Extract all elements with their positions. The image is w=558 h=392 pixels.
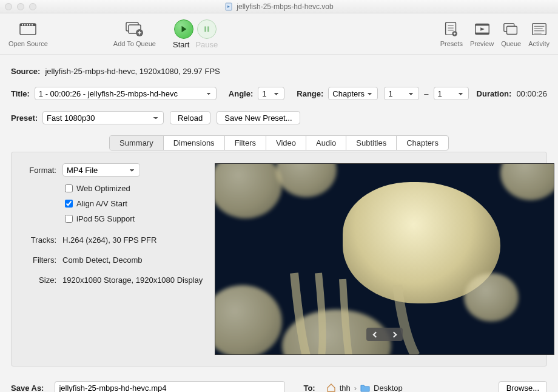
title-select[interactable]: 1 - 00:00:26 - jellyfish-25-mbps-hd-hevc [35, 87, 217, 100]
pause-icon [203, 25, 210, 33]
svg-rect-20 [475, 33, 489, 35]
destination-path[interactable]: thh › Desktop [326, 384, 403, 393]
format-select[interactable]: MP4 File [62, 163, 140, 177]
path-folder: Desktop [374, 384, 403, 393]
ipod-label: iPod 5G Support [76, 214, 135, 223]
tab-chapters[interactable]: Chapters [397, 136, 448, 150]
start-pause-group: Start Pause [173, 19, 218, 49]
minimize-window-button[interactable] [17, 3, 24, 10]
duration-value: 00:00:26 [516, 89, 547, 98]
close-window-button[interactable] [5, 3, 12, 10]
svg-rect-11 [204, 27, 206, 32]
web-optimized-row: Web Optimized [62, 183, 203, 194]
window-controls [5, 3, 36, 10]
queue-button[interactable]: Queue [501, 19, 521, 47]
pause-button[interactable] [197, 19, 217, 39]
align-av-row: Align A/V Start [62, 198, 203, 209]
angle-select[interactable]: 1 [258, 87, 284, 100]
file-icon [224, 2, 233, 11]
browse-button[interactable]: Browse... [499, 381, 547, 392]
start-button[interactable] [174, 19, 193, 39]
svg-rect-6 [29, 24, 30, 25]
range-label: Range: [297, 89, 323, 98]
preview-prev-button[interactable] [366, 328, 385, 341]
folder-icon [360, 384, 370, 392]
source-value: jellyfish-25-mbps-hd-hevc, 1920x1080, 29… [45, 67, 220, 76]
summary-right [215, 163, 554, 355]
format-label: Format: [22, 166, 56, 175]
title-row: Title: 1 - 00:00:26 - jellyfish-25-mbps-… [11, 87, 547, 100]
angle-label: Angle: [229, 89, 253, 98]
home-icon [326, 384, 336, 392]
preview-button[interactable]: Preview [470, 19, 494, 47]
web-optimized-label: Web Optimized [76, 184, 130, 193]
add-to-queue-icon [125, 19, 144, 39]
summary-panel: Format: MP4 File Web Optimized Align A/V… [11, 152, 547, 367]
path-user: thh [340, 384, 351, 393]
play-icon [180, 25, 188, 33]
titlebar: jellyfish-25-mbps-hd-hevc.vob [0, 0, 558, 13]
range-to-select[interactable]: 1 [434, 87, 469, 100]
tracks-label: Tracks: [22, 235, 56, 245]
save-row: Save As: To: thh › Desktop Browse... [0, 367, 558, 392]
svg-rect-22 [506, 26, 517, 34]
preview-next-button[interactable] [385, 328, 403, 341]
activity-button[interactable]: Activity [528, 19, 550, 47]
tabs: Summary Dimensions Filters Video Audio S… [11, 135, 547, 150]
chevron-right-icon [391, 331, 397, 337]
range-sep: – [424, 89, 428, 98]
range-type-select[interactable]: Chapters [328, 87, 378, 100]
tab-summary[interactable]: Summary [110, 136, 164, 150]
svg-rect-7 [32, 24, 33, 25]
tab-filters[interactable]: Filters [225, 136, 266, 150]
title-label: Title: [11, 89, 30, 98]
tracks-value: H.264 (x264), 30 FPS PFR [62, 235, 156, 245]
reload-button[interactable]: Reload [170, 111, 210, 124]
preset-label: Preset: [11, 113, 38, 123]
content: Source: jellyfish-25-mbps-hd-hevc, 1920x… [0, 55, 558, 367]
align-av-checkbox[interactable] [65, 200, 73, 208]
svg-rect-12 [207, 27, 209, 32]
tab-video[interactable]: Video [266, 136, 306, 150]
to-label: To: [303, 384, 315, 393]
add-to-queue-button[interactable]: Add To Queue [113, 19, 156, 49]
window-title: jellyfish-25-mbps-hd-hevc.vob [0, 2, 558, 11]
svg-rect-4 [24, 24, 25, 25]
preset-row: Preset: Fast 1080p30 Reload Save New Pre… [11, 111, 547, 124]
window-title-text: jellyfish-25-mbps-hd-hevc.vob [237, 2, 333, 11]
size-value: 1920x1080 Storage, 1920x1080 Display [62, 275, 203, 285]
open-source-icon [18, 19, 38, 39]
web-optimized-checkbox[interactable] [65, 184, 73, 192]
open-source-button[interactable]: Open Source [8, 19, 48, 49]
start-label: Start [173, 40, 189, 49]
source-row: Source: jellyfish-25-mbps-hd-hevc, 1920x… [11, 67, 547, 76]
svg-rect-5 [27, 24, 28, 25]
presets-button[interactable]: Presets [440, 19, 463, 47]
preview-nav [366, 328, 403, 341]
presets-icon [442, 19, 461, 39]
filters-value: Comb Detect, Decomb [62, 255, 143, 265]
preset-select[interactable]: Fast 1080p30 [42, 111, 164, 124]
preview-image [215, 163, 554, 355]
path-sep: › [354, 384, 357, 393]
zoom-window-button[interactable] [29, 3, 36, 10]
toolbar: Open Source Add To Queue Start Pause [0, 13, 558, 55]
filters-label: Filters: [22, 255, 56, 265]
range-from-select[interactable]: 1 [384, 87, 419, 100]
ipod-checkbox[interactable] [65, 215, 73, 223]
tab-subtitles[interactable]: Subtitles [346, 136, 397, 150]
duration-label: Duration: [477, 89, 512, 98]
svg-rect-3 [22, 24, 23, 25]
tab-dimensions[interactable]: Dimensions [164, 136, 225, 150]
activity-icon [529, 19, 549, 39]
summary-left: Format: MP4 File Web Optimized Align A/V… [22, 163, 203, 355]
save-new-preset-button[interactable]: Save New Preset... [217, 111, 300, 124]
align-av-label: Align A/V Start [76, 199, 127, 208]
save-as-label: Save As: [11, 384, 44, 393]
tab-audio[interactable]: Audio [306, 136, 346, 150]
preview-icon [472, 19, 492, 39]
ipod-row: iPod 5G Support [62, 213, 203, 225]
svg-rect-19 [475, 24, 489, 26]
pause-label: Pause [195, 40, 218, 49]
save-as-input[interactable] [55, 381, 285, 392]
